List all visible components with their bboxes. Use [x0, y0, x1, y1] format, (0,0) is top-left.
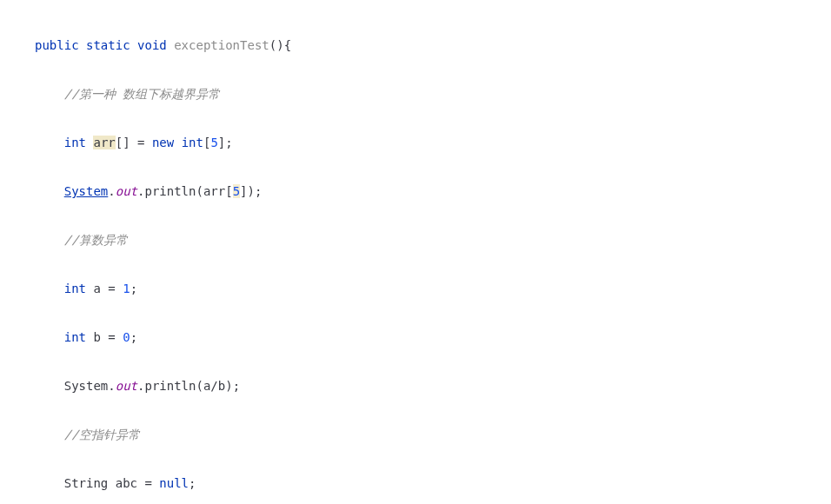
bracket: [: [225, 184, 232, 198]
keyword-new: new: [152, 136, 174, 149]
comment: //空指针异常: [64, 428, 140, 441]
out-field: out: [116, 184, 137, 198]
dot: .: [108, 379, 115, 393]
keyword-void: void: [137, 38, 167, 52]
semi: ;: [189, 476, 196, 490]
comment: //算数异常: [64, 233, 128, 247]
number: 5: [233, 184, 240, 198]
var-arr: arr: [93, 136, 115, 149]
system-ref: System: [64, 379, 109, 393]
semi: ;: [233, 379, 240, 393]
keyword-public: public: [35, 38, 79, 52]
code-line: //第一种 数组下标越界异常: [35, 82, 831, 106]
code-line: //空指针异常: [35, 422, 831, 447]
method-name: exceptionTest: [174, 38, 269, 52]
keyword-int: int: [64, 330, 86, 344]
out-field: out: [116, 379, 137, 393]
eq: =: [101, 330, 123, 344]
code-line: int a = 1;: [35, 276, 831, 301]
paren: ): [248, 184, 255, 198]
var-b: b: [218, 379, 225, 393]
code-line: public static void exceptionTest(){: [35, 33, 831, 57]
println: println: [144, 379, 196, 393]
var-arr: arr: [203, 184, 225, 198]
semi: ;: [130, 330, 137, 344]
brackets: []: [116, 136, 130, 149]
keyword-int: int: [64, 282, 86, 295]
paren: ): [225, 379, 232, 393]
semi: ;: [130, 282, 137, 295]
number: 0: [123, 330, 130, 344]
var-b: b: [93, 330, 100, 344]
code-line: int b = 0;: [35, 325, 831, 349]
comment: //第一种 数组下标越界异常: [64, 87, 220, 101]
brace: {: [284, 38, 291, 52]
bracket: ]: [240, 184, 247, 198]
code-block: public static void exceptionTest(){ //第一…: [0, 0, 831, 504]
class-string: String: [64, 476, 109, 490]
var-a: a: [93, 282, 100, 295]
code-line: System.out.println(a/b);: [35, 374, 831, 398]
var-abc: abc: [116, 476, 137, 490]
println: println: [144, 184, 196, 198]
paren: (: [196, 379, 203, 393]
eq: =: [130, 136, 152, 149]
keyword-int: int: [182, 136, 203, 149]
eq: =: [137, 476, 159, 490]
keyword-null: null: [159, 476, 189, 490]
semi: ;: [225, 136, 232, 149]
semi: ;: [255, 184, 262, 198]
keyword-int: int: [64, 136, 86, 149]
bracket: ]: [218, 136, 225, 149]
paren: ): [276, 38, 283, 52]
eq: =: [101, 282, 123, 295]
dot: .: [108, 184, 115, 198]
code-line: int arr[] = new int[5];: [35, 130, 831, 155]
paren: (: [196, 184, 203, 198]
slash: /: [210, 379, 217, 393]
paren: (: [269, 38, 276, 52]
system-ref: System: [64, 184, 109, 198]
code-line: String abc = null;: [35, 471, 831, 495]
code-line: System.out.println(arr[5]);: [35, 179, 831, 203]
number: 5: [210, 136, 217, 149]
number: 1: [123, 282, 130, 295]
code-line: //算数异常: [35, 228, 831, 252]
keyword-static: static: [86, 38, 130, 52]
